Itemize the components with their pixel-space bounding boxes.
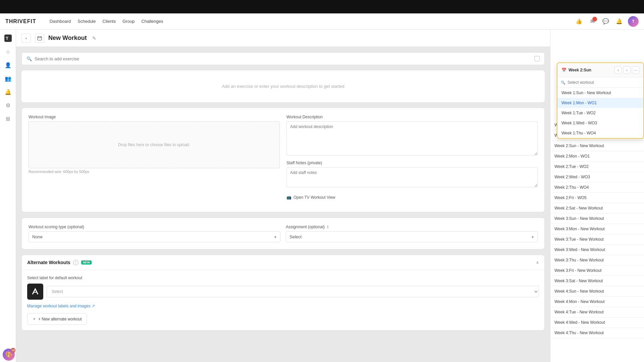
page-header: ‹ New Workout ✎ (16, 29, 550, 47)
default-workout-row: Select (27, 284, 539, 300)
staff-notes-textarea[interactable] (286, 167, 538, 187)
nav-right: 👍 ✉ 💬 🔔 T (574, 16, 639, 27)
navbar: THRIVEFIT Dashboard Schedule Clients Gro… (0, 13, 644, 29)
sidebar-apps-icon[interactable]: ⊞ (2, 113, 14, 125)
workout-description-textarea[interactable] (286, 121, 538, 156)
right-list-item-7[interactable]: Week 2:Fri - WO5 (550, 193, 644, 203)
right-list-item-14[interactable]: Week 3:Fri - New Workout (550, 265, 644, 276)
right-list-item-6[interactable]: Week 2:Thu - WO4 (550, 182, 644, 193)
checkbox[interactable] (534, 56, 540, 61)
page-title: New Workout (48, 35, 87, 42)
dropdown-prev-button[interactable]: ‹ (614, 66, 622, 74)
right-list-item-4[interactable]: Week 2:Tue - WO2 (550, 162, 644, 172)
manage-labels-link[interactable]: Manage workout labels and images ↗ (27, 304, 539, 308)
sidebar-home-icon[interactable]: ⌂ (2, 46, 14, 58)
dropdown-item-4[interactable]: Week 1:Thu - WO4 (557, 128, 643, 138)
right-panel: 📅 Week 2:Sun ‹ › ⋯ 🔍 Week 1:Sun - New Wo… (550, 29, 644, 362)
chat-icon[interactable]: 💬 (601, 17, 610, 26)
plus-icon: ＋ (32, 316, 36, 322)
dropdown-item-2[interactable]: Week 1:Tue - WO2 (557, 108, 643, 118)
assignment-select[interactable]: Select (286, 231, 538, 242)
back-button[interactable]: ‹ (21, 34, 31, 43)
scoring-select[interactable]: None Time Rounds + Reps Weight Distance … (29, 231, 280, 242)
nav-clients[interactable]: Clients (103, 19, 116, 24)
scoring-type-label: Workout scoring type (optional) (29, 225, 280, 229)
image-description-section: Workout Image Drop files here or choose … (21, 108, 545, 212)
right-list-item-13[interactable]: Week 3:Thu - New Workout (550, 255, 644, 265)
right-list-item-11[interactable]: Week 3:Tue - New Workout (550, 234, 644, 245)
sidebar-person-icon[interactable]: 👤 (2, 59, 14, 71)
image-upload-area[interactable]: Drop files here or choose files to uploa… (29, 121, 280, 168)
dropdown-item-0[interactable]: Week 1:Sun - New Workout (557, 88, 643, 98)
right-list-item-19[interactable]: Week 4:Wed - New Workout (550, 317, 644, 328)
alternate-info-icon[interactable]: i (73, 260, 78, 265)
exercise-search-bar: 🔍 (21, 52, 545, 65)
dropdown-more-button[interactable]: ⋯ (632, 66, 639, 74)
workout-logo (27, 284, 43, 300)
calendar-button[interactable] (35, 34, 44, 43)
workout-image-group: Workout Image Drop files here or choose … (29, 115, 280, 200)
dropdown-search: 🔍 (557, 77, 643, 88)
calendar-small-icon: 📅 (561, 68, 567, 72)
avatar[interactable]: T (628, 16, 639, 27)
mail-icon[interactable]: ✉ (588, 17, 597, 26)
exercise-search-input[interactable] (35, 56, 532, 61)
right-list-item-3[interactable]: Week 2:Mon - WO1 (550, 151, 644, 162)
workout-label-select[interactable]: Select (47, 286, 539, 297)
dropdown-next-button[interactable]: › (623, 66, 631, 74)
thumbs-up-icon[interactable]: 👍 (574, 17, 584, 26)
dropdown-header: 📅 Week 2:Sun ‹ › ⋯ (557, 63, 643, 77)
bottom-avatar[interactable]: 🎨 18 (3, 349, 15, 361)
logo: THRIVEFIT (5, 18, 36, 24)
sidebar: T ⌂ 👤 👥 🔔 ⚙ ⊞ (0, 29, 16, 362)
nav-challenges[interactable]: Challenges (141, 19, 163, 24)
dropdown-item-1[interactable]: Week 1:Mon - WO1 (557, 98, 643, 108)
right-list-item-10[interactable]: Week 3:Mon - New Workout (550, 224, 644, 234)
nav-links: Dashboard Schedule Clients Group Challen… (50, 19, 163, 24)
right-list: Week 1:Fri - WO5 Week 1:Sat - New Workou… (550, 120, 644, 338)
assignment-label: Assignment (optional) ℹ (286, 225, 538, 229)
nav-group[interactable]: Group (122, 19, 135, 24)
top-bar (0, 0, 644, 13)
right-list-item-2[interactable]: Week 2:Sun - New Workout (550, 141, 644, 151)
mail-badge (592, 17, 597, 21)
dropdown-header-title: 📅 Week 2:Sun (561, 68, 591, 72)
svg-rect-2 (38, 37, 42, 40)
recommended-size: Recommended size: 600px by 500px (29, 170, 280, 174)
dropdown-search-input[interactable] (568, 80, 640, 85)
main-content: ‹ New Workout ✎ 🔍 (16, 29, 550, 362)
right-list-item-18[interactable]: Week 4:Tue - New Workout (550, 307, 644, 317)
tv-view-button[interactable]: 📺 Open TV Workout View (286, 195, 538, 200)
right-list-item-12[interactable]: Week 3:Wed - New Workout (550, 245, 644, 255)
nav-dashboard[interactable]: Dashboard (50, 19, 71, 24)
right-list-item-20[interactable]: Week 4:Thu - New Workout (550, 328, 644, 338)
dropdown-list: Week 1:Sun - New Workout Week 1:Mon - WO… (557, 88, 643, 138)
sidebar-settings-icon[interactable]: ⚙ (2, 99, 14, 111)
right-list-item-5[interactable]: Week 2:Wed - WO3 (550, 172, 644, 182)
sidebar-logo-icon[interactable]: T (2, 32, 14, 44)
alternate-header[interactable]: Alternate Workouts i New ∧ (22, 255, 544, 270)
nav-schedule[interactable]: Schedule (77, 19, 96, 24)
svg-text:T: T (6, 36, 8, 41)
dropdown-item-3[interactable]: Week 1:Wed - WO3 (557, 118, 643, 128)
assignment-select-wrapper: Select ▼ (286, 231, 538, 242)
edit-icon[interactable]: ✎ (92, 36, 96, 41)
staff-notes-label: Staff Notes (private) (286, 161, 538, 165)
right-list-item-8[interactable]: Week 2:Sat - New Workout (550, 203, 644, 214)
right-list-item-17[interactable]: Week 4:Mon - New Workout (550, 297, 644, 307)
assignment-info-icon[interactable]: ℹ (327, 225, 329, 229)
sidebar-bell-icon[interactable]: 🔔 (2, 86, 14, 98)
workout-description-group: Workout Description Staff Notes (private… (286, 115, 538, 200)
right-list-item-9[interactable]: Week 3:Sun - New Workout (550, 214, 644, 224)
scoring-select-wrapper: None Time Rounds + Reps Weight Distance … (29, 231, 280, 242)
bell-icon[interactable]: 🔔 (614, 17, 624, 26)
right-list-item-15[interactable]: Week 3:Sat - New Workout (550, 276, 644, 286)
new-alternate-button[interactable]: ＋ + New alternate workout (27, 313, 87, 325)
alternate-title: Alternate Workouts i New (27, 260, 536, 265)
workout-description-label: Workout Description (286, 115, 538, 119)
right-list-item-16[interactable]: Week 4:Sun - New Workout (550, 286, 644, 297)
assignment-group: Assignment (optional) ℹ Select ▼ (286, 225, 538, 242)
search-icon: 🔍 (26, 56, 32, 61)
sidebar-group-icon[interactable]: 👥 (2, 72, 14, 84)
collapse-button[interactable]: ∧ (536, 260, 539, 265)
